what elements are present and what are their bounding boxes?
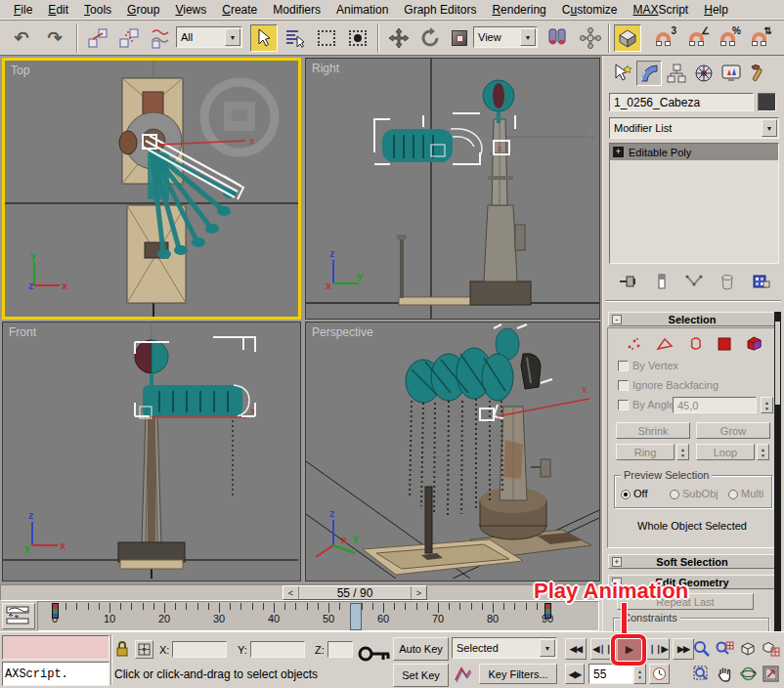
- selection-filter-dropdown[interactable]: All ▼: [176, 26, 242, 48]
- snaps-toggle-button[interactable]: [614, 24, 641, 52]
- configure-modifier-sets-icon[interactable]: [753, 274, 770, 289]
- pan-button[interactable]: [714, 663, 735, 684]
- orbit-button[interactable]: [737, 663, 759, 684]
- angle-snap-button[interactable]: ∠: [682, 24, 710, 52]
- menu-graph-editors[interactable]: Graph Editors: [396, 1, 484, 19]
- menu-group[interactable]: Group: [119, 1, 167, 19]
- object-name-field[interactable]: 1_0256_Cabeza: [609, 93, 754, 111]
- preview-multi-radio[interactable]: Multi: [728, 488, 763, 499]
- zoom-all-button[interactable]: [714, 637, 735, 659]
- vertex-mode-icon[interactable]: [626, 337, 641, 351]
- reference-coordinate-dropdown[interactable]: View ▼: [473, 26, 538, 48]
- keyframe-marker[interactable]: [544, 603, 551, 619]
- menu-customize[interactable]: Customize: [554, 1, 626, 19]
- select-and-rotate-button[interactable]: [416, 24, 444, 52]
- menu-help[interactable]: Help: [696, 1, 736, 19]
- rectangular-selection-region-button[interactable]: [313, 24, 340, 52]
- next-frame-arrow[interactable]: >: [411, 586, 426, 599]
- keyframe-marker[interactable]: [52, 603, 59, 619]
- tab-hierarchy[interactable]: [664, 61, 689, 86]
- viewport-top[interactable]: Top: [2, 58, 301, 320]
- current-frame-field[interactable]: 55: [588, 664, 633, 684]
- pin-stack-icon[interactable]: [618, 274, 637, 289]
- timeline-ruler[interactable]: 0102030405060708090: [37, 601, 599, 631]
- y-coordinate-field[interactable]: [250, 641, 305, 658]
- current-frame-marker[interactable]: [350, 603, 362, 630]
- time-slider-track[interactable]: < 55 / 90 >: [0, 584, 599, 601]
- key-mode-toggle-button[interactable]: ◀▶: [565, 664, 585, 684]
- select-and-scale-button[interactable]: [446, 24, 473, 52]
- checkbox[interactable]: [618, 400, 629, 410]
- radio[interactable]: [728, 490, 738, 499]
- radio[interactable]: [670, 490, 679, 499]
- select-by-name-button[interactable]: [282, 24, 309, 52]
- stack-item-editable-poly[interactable]: + Editable Poly: [610, 144, 778, 160]
- time-slider-handle[interactable]: < 55 / 90 >: [283, 585, 427, 600]
- go-to-start-button[interactable]: ◀◀: [565, 638, 587, 660]
- preview-off-radio[interactable]: Off: [621, 488, 647, 499]
- selection-set-dropdown[interactable]: Selected ▼: [452, 637, 557, 659]
- spinner-snap-button[interactable]: ⇅: [745, 24, 772, 52]
- edge-mode-icon[interactable]: [656, 337, 674, 351]
- menu-animation[interactable]: Animation: [328, 1, 396, 19]
- ring-spinner[interactable]: ▲▼: [676, 444, 689, 460]
- set-key-button[interactable]: Set Key: [393, 664, 449, 687]
- checkbox[interactable]: [618, 380, 629, 391]
- radio-on[interactable]: [621, 490, 631, 499]
- grow-button[interactable]: Grow: [696, 422, 770, 439]
- expand-icon[interactable]: +: [612, 557, 622, 567]
- new-keyable-icon[interactable]: [454, 665, 475, 684]
- maxscript-listener-input[interactable]: AXScript.: [2, 662, 109, 686]
- scrollbar-thumb[interactable]: [775, 322, 780, 405]
- tab-display[interactable]: [719, 61, 744, 86]
- bind-to-spacewarp-button[interactable]: [147, 24, 174, 52]
- polygon-mode-icon[interactable]: [718, 337, 731, 351]
- by-angle-field[interactable]: 45,0: [673, 397, 757, 413]
- snap-toggle-3d-button[interactable]: 3: [649, 24, 676, 52]
- viewport-right[interactable]: Right y: [305, 58, 600, 320]
- show-end-result-icon[interactable]: [656, 273, 668, 290]
- selection-lock-icon[interactable]: [115, 640, 129, 658]
- menu-tools[interactable]: Tools: [76, 1, 119, 19]
- by-angle-checkbox[interactable]: By Angle:: [618, 399, 677, 410]
- shrink-button[interactable]: Shrink: [616, 422, 690, 439]
- viewport-perspective[interactable]: Perspective: [305, 322, 600, 581]
- select-and-link-button[interactable]: [84, 24, 111, 52]
- set-keys-key-icon[interactable]: [358, 644, 391, 664]
- use-pivot-center-button[interactable]: [544, 24, 571, 52]
- undo-button[interactable]: ↶: [8, 24, 35, 52]
- frame-spinner[interactable]: ▲▼: [633, 664, 646, 684]
- maxscript-listener-output[interactable]: [2, 635, 109, 660]
- selection-rollout-header[interactable]: - Selection: [608, 312, 776, 326]
- tab-motion[interactable]: [691, 61, 717, 86]
- auto-key-button[interactable]: Auto Key: [393, 637, 449, 661]
- object-color-swatch[interactable]: [758, 93, 776, 111]
- select-object-button[interactable]: [250, 24, 278, 52]
- select-and-move-button[interactable]: [385, 24, 413, 52]
- tab-modify[interactable]: [636, 61, 662, 86]
- viewport-front[interactable]: Front: [2, 322, 301, 581]
- menu-rendering[interactable]: Rendering: [484, 1, 553, 19]
- collapse-icon[interactable]: -: [612, 315, 622, 324]
- x-coordinate-field[interactable]: [172, 641, 227, 658]
- z-coordinate-field[interactable]: [327, 641, 353, 658]
- tab-utilities[interactable]: [746, 61, 771, 86]
- make-unique-icon[interactable]: [685, 274, 703, 289]
- window-crossing-toggle-button[interactable]: [344, 24, 371, 52]
- next-frame-button[interactable]: ❘❘▶: [646, 638, 670, 660]
- preview-subobj-radio[interactable]: SubObj: [670, 488, 719, 499]
- time-configuration-button[interactable]: [649, 664, 670, 684]
- tab-create[interactable]: [609, 61, 634, 86]
- menu-file[interactable]: File: [6, 1, 40, 19]
- menu-create[interactable]: Create: [214, 1, 265, 19]
- modifier-list-dropdown[interactable]: Modifier List ▼: [609, 117, 779, 139]
- region-zoom-button[interactable]: [690, 663, 712, 684]
- soft-selection-rollout-header[interactable]: + Soft Selection: [608, 554, 776, 569]
- mini-curve-editor-button[interactable]: [2, 603, 35, 629]
- unlink-selection-button[interactable]: [115, 24, 143, 52]
- by-vertex-checkbox[interactable]: By Vertex: [618, 360, 678, 371]
- zoom-button[interactable]: [690, 637, 712, 659]
- menu-modifiers[interactable]: Modifiers: [265, 1, 328, 19]
- percent-snap-button[interactable]: %: [714, 24, 741, 52]
- menu-views[interactable]: Views: [167, 1, 214, 19]
